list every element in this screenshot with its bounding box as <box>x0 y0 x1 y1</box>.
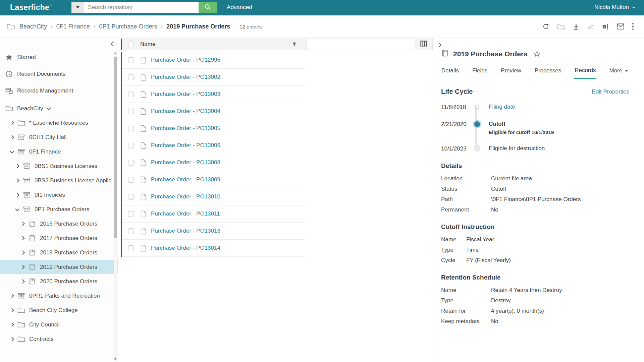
panel-tab[interactable]: Processes <box>534 64 561 79</box>
sidebar-scrollbar[interactable] <box>114 51 117 361</box>
rename-icon[interactable]: a <box>602 23 609 30</box>
entry-link[interactable]: Purchase Order - PO13013 <box>151 228 220 234</box>
empty-column-header[interactable] <box>306 39 415 50</box>
tree-item[interactable]: 0CH1 City Hall <box>0 130 118 144</box>
row-checkbox[interactable] <box>128 194 134 200</box>
edit-properties-link[interactable]: Edit Properties <box>592 88 630 95</box>
entry-link[interactable]: Purchase Order - PO13009 <box>151 176 220 183</box>
row-checkbox[interactable] <box>128 245 134 251</box>
search-input[interactable] <box>84 2 199 13</box>
entry-row[interactable]: Purchase Order - PO13009 <box>122 171 306 188</box>
expand-chevron-icon[interactable] <box>10 294 14 298</box>
expand-chevron-icon[interactable] <box>15 178 19 183</box>
expand-chevron-icon[interactable] <box>10 135 14 139</box>
sidebar-quick-link[interactable]: Recent Documents <box>0 66 118 82</box>
row-checkbox[interactable] <box>128 109 134 114</box>
breadcrumb-item[interactable]: 0P1 Purchase Orders › <box>99 23 166 30</box>
download-icon[interactable] <box>573 23 580 30</box>
entry-link[interactable]: Purchase Order - PO13014 <box>151 245 220 251</box>
tree-item[interactable]: 0P1 Purchase Orders <box>0 202 118 217</box>
entry-row[interactable]: Purchase Order - PO12996 <box>122 52 306 69</box>
entry-row[interactable]: Purchase Order - PO13002 <box>122 69 306 86</box>
timeline-label[interactable]: Filing date <box>489 104 515 110</box>
entry-link[interactable]: Purchase Order - PO13004 <box>151 108 220 115</box>
expand-chevron-icon[interactable] <box>10 149 14 154</box>
entry-row[interactable]: Purchase Order - PO13005 <box>122 120 306 137</box>
entry-link[interactable]: Purchase Order - PO13008 <box>151 159 220 166</box>
entry-link[interactable]: Purchase Order - PO12996 <box>151 57 220 63</box>
entry-link[interactable]: Purchase Order - PO13003 <box>151 91 220 98</box>
entry-row[interactable]: Purchase Order - PO13006 <box>122 137 306 154</box>
entry-row[interactable]: Purchase Order - PO13003 <box>122 86 306 103</box>
tree-item[interactable]: 2016 Purchase Orders <box>0 217 118 231</box>
panel-tab[interactable]: Preview <box>500 64 521 79</box>
expand-chevron-icon[interactable] <box>15 207 19 211</box>
new-folder-icon[interactable] <box>557 23 565 30</box>
breadcrumb-item[interactable]: BeachCity › <box>19 23 56 30</box>
entry-row[interactable]: Purchase Order - PO13013 <box>122 223 306 240</box>
expand-chevron-icon[interactable] <box>10 322 14 327</box>
filter-icon[interactable] <box>292 42 297 47</box>
search-button[interactable] <box>199 2 217 13</box>
breadcrumb-item[interactable]: 0F1 Finance › <box>56 23 99 30</box>
entry-link[interactable]: Purchase Order - PO13011 <box>151 210 220 217</box>
more-options-icon[interactable] <box>632 23 634 30</box>
panel-expand-icon[interactable] <box>436 43 442 48</box>
expand-chevron-icon[interactable] <box>20 279 25 284</box>
favorite-star-icon[interactable] <box>533 50 541 58</box>
panel-tab[interactable]: Fields <box>472 64 488 79</box>
panel-tab[interactable]: More <box>609 64 629 79</box>
email-icon[interactable] <box>617 23 624 29</box>
expand-chevron-icon[interactable] <box>20 265 25 269</box>
name-column-header[interactable]: Name <box>122 39 306 50</box>
tree-item[interactable]: 0F1 Finance <box>0 144 118 159</box>
entry-link[interactable]: Purchase Order - PO13002 <box>151 74 220 80</box>
tree-item[interactable]: City Council <box>0 317 118 332</box>
column-picker-button[interactable] <box>415 39 433 50</box>
entry-row[interactable]: Purchase Order - PO13014 <box>122 240 306 257</box>
refresh-icon[interactable] <box>542 23 549 30</box>
row-checkbox[interactable] <box>128 177 134 183</box>
tree-item[interactable]: BeachCity <box>0 101 118 116</box>
scroll-up-icon[interactable] <box>114 52 117 54</box>
expand-chevron-icon[interactable] <box>15 164 19 168</box>
scroll-down-icon[interactable] <box>114 358 117 360</box>
expand-chevron-icon[interactable] <box>10 308 14 312</box>
panel-tab[interactable]: Details <box>441 64 459 79</box>
tree-item[interactable]: 0PR1 Parks and Recreation <box>0 289 118 303</box>
panel-tab[interactable]: Records <box>574 64 596 79</box>
scan-icon[interactable] <box>587 23 594 30</box>
tree-item[interactable]: * Laserfiche Resources <box>0 116 118 130</box>
tree-item[interactable]: Contracts <box>0 332 118 346</box>
tree-item[interactable]: 2019 Purchase Orders <box>0 260 118 274</box>
tree-item[interactable]: Beach City College <box>0 303 118 317</box>
tree-item[interactable]: 2018 Purchase Orders <box>0 245 118 260</box>
chevron-down-icon[interactable] <box>46 105 51 110</box>
row-checkbox[interactable] <box>128 57 134 63</box>
entry-link[interactable]: Purchase Order - PO13006 <box>151 142 220 149</box>
entry-row[interactable]: Purchase Order - PO13004 <box>122 103 306 120</box>
expand-chevron-icon[interactable] <box>20 222 25 226</box>
row-checkbox[interactable] <box>128 143 134 148</box>
tree-item[interactable]: 2017 Purchase Orders <box>0 231 118 245</box>
row-checkbox[interactable] <box>128 126 134 131</box>
sidebar-quick-link[interactable]: Starred <box>0 49 118 66</box>
expand-chevron-icon[interactable] <box>20 236 25 240</box>
row-checkbox[interactable] <box>128 228 134 234</box>
tree-item[interactable]: 0BS1 Business Licenses <box>0 159 118 173</box>
expand-chevron-icon[interactable] <box>10 337 14 341</box>
advanced-search-link[interactable]: Advanced <box>227 4 252 11</box>
expand-chevron-icon[interactable] <box>20 250 25 255</box>
select-all-checkbox[interactable] <box>128 42 134 47</box>
breadcrumb-item[interactable]: 2019 Purchase Orders › <box>166 23 230 30</box>
entry-row[interactable]: Purchase Order - PO13011 <box>122 205 306 223</box>
tree-item[interactable]: 0BS2 Business License Applic <box>0 173 118 188</box>
search-scope-dropdown[interactable] <box>71 2 84 13</box>
row-checkbox[interactable] <box>128 211 134 217</box>
tree-item[interactable]: 0I1 Invoices <box>0 188 118 202</box>
user-menu[interactable]: Nicola Multon <box>594 4 635 11</box>
entry-row[interactable]: Purchase Order - PO13008 <box>122 154 306 171</box>
expand-chevron-icon[interactable] <box>10 121 14 125</box>
entry-row[interactable]: Purchase Order - PO13010 <box>122 188 306 205</box>
sidebar-quick-link[interactable]: Records Management <box>0 82 118 99</box>
